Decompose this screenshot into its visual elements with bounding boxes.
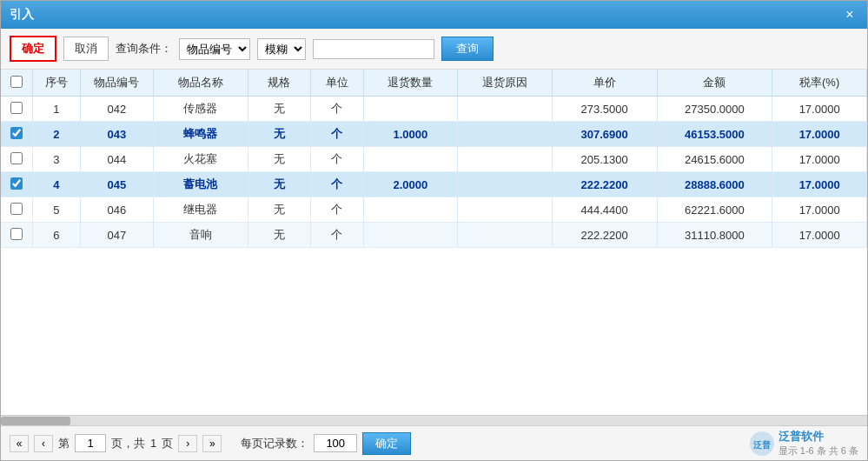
row-unit: 个 — [311, 172, 363, 197]
header-amount: 金额 — [657, 70, 772, 97]
row-tax: 17.0000 — [772, 197, 867, 223]
row-checkbox[interactable] — [10, 203, 23, 215]
header-unit: 单位 — [311, 70, 363, 97]
select-all-checkbox[interactable] — [10, 76, 23, 88]
footer-confirm-button[interactable]: 确定 — [362, 432, 411, 455]
row-spec: 无 — [248, 223, 310, 248]
row-amount: 27350.0000 — [657, 97, 772, 122]
row-name: 蓄电池 — [154, 172, 248, 197]
table-row[interactable]: 6 047 音响 无 个 222.2200 31110.8000 17.0000 — [1, 223, 867, 248]
logo-icon: 泛普 — [749, 431, 775, 457]
dialog-title: 引入 — [10, 7, 34, 23]
header-seq: 序号 — [33, 70, 80, 97]
first-page-button[interactable]: « — [10, 435, 29, 452]
row-spec: 无 — [248, 197, 310, 223]
header-tax: 税率(%) — [772, 70, 867, 97]
row-checkbox[interactable] — [10, 228, 23, 240]
row-checkbox-cell — [1, 172, 33, 197]
row-reason — [458, 147, 553, 172]
row-checkbox[interactable] — [10, 102, 23, 114]
row-seq: 5 — [33, 197, 80, 223]
row-amount: 46153.5000 — [657, 122, 772, 147]
scrollbar-thumb — [1, 417, 70, 425]
row-amount: 28888.6000 — [657, 172, 772, 197]
close-button[interactable]: × — [841, 6, 858, 23]
row-checkbox-cell — [1, 197, 33, 223]
data-table: 序号 物品编号 物品名称 规格 单位 退货数量 退货原因 单价 金额 税率(%)… — [1, 70, 867, 248]
header-reason: 退货原因 — [458, 70, 553, 97]
table-row[interactable]: 1 042 传感器 无 个 273.5000 27350.0000 17.000… — [1, 97, 867, 122]
table-row[interactable]: 2 043 蜂鸣器 无 个 1.0000 307.6900 46153.5000… — [1, 122, 867, 147]
row-qty: 2.0000 — [363, 172, 458, 197]
row-qty — [363, 223, 458, 248]
search-input[interactable] — [313, 39, 434, 59]
svg-text:泛普: 泛普 — [753, 439, 771, 450]
page-suffix: 页，共 — [111, 436, 145, 451]
row-code: 042 — [80, 97, 154, 122]
logo-text: 泛普软件 — [779, 429, 858, 444]
row-amount: 62221.6000 — [657, 197, 772, 223]
page-input[interactable] — [75, 434, 106, 452]
table-header-row: 序号 物品编号 物品名称 规格 单位 退货数量 退货原因 单价 金额 税率(%) — [1, 70, 867, 97]
row-qty — [363, 97, 458, 122]
row-seq: 3 — [33, 147, 80, 172]
row-reason — [458, 197, 553, 223]
row-price: 222.2200 — [552, 172, 657, 197]
row-code: 043 — [80, 122, 154, 147]
row-checkbox[interactable] — [10, 177, 23, 190]
records-per-page-input[interactable] — [314, 434, 357, 452]
header-checkbox-col — [1, 70, 33, 97]
total-pages: 1 — [150, 437, 156, 450]
horizontal-scrollbar[interactable] — [1, 415, 867, 425]
row-price: 273.5000 — [552, 97, 657, 122]
row-price: 222.2200 — [552, 223, 657, 248]
row-unit: 个 — [311, 197, 363, 223]
row-name: 继电器 — [154, 197, 248, 223]
toolbar: 确定 取消 查询条件： 物品编号 物品名称 规格 模糊 精确 查询 — [1, 29, 867, 70]
row-price: 307.6900 — [552, 122, 657, 147]
footer: « ‹ 第 页，共 1 页 › » 每页记录数： 确定 泛普 泛普软件 显示 1… — [1, 425, 867, 460]
confirm-button[interactable]: 确定 — [10, 36, 56, 62]
row-seq: 1 — [33, 97, 80, 122]
row-code: 046 — [80, 197, 154, 223]
row-checkbox[interactable] — [10, 127, 23, 139]
row-name: 蜂鸣器 — [154, 122, 248, 147]
row-spec: 无 — [248, 147, 310, 172]
records-label: 每页记录数： — [241, 436, 308, 451]
field-select[interactable]: 物品编号 物品名称 规格 — [179, 38, 250, 60]
match-select[interactable]: 模糊 精确 — [257, 38, 306, 60]
row-tax: 17.0000 — [772, 172, 867, 197]
header-spec: 规格 — [248, 70, 310, 97]
prev-page-button[interactable]: ‹ — [34, 435, 53, 452]
row-reason — [458, 97, 553, 122]
cancel-button[interactable]: 取消 — [63, 37, 109, 61]
row-seq: 4 — [33, 172, 80, 197]
header-qty: 退货数量 — [363, 70, 458, 97]
row-seq: 2 — [33, 122, 80, 147]
row-checkbox[interactable] — [10, 152, 23, 164]
table-row[interactable]: 4 045 蓄电池 无 个 2.0000 222.2200 28888.6000… — [1, 172, 867, 197]
row-amount: 24615.6000 — [657, 147, 772, 172]
row-qty — [363, 147, 458, 172]
row-unit: 个 — [311, 147, 363, 172]
logo-area: 泛普 泛普软件 显示 1-6 条 共 6 条 — [749, 429, 858, 458]
row-name: 火花塞 — [154, 147, 248, 172]
row-amount: 31110.8000 — [657, 223, 772, 248]
query-button[interactable]: 查询 — [441, 37, 494, 61]
row-price: 205.1300 — [552, 147, 657, 172]
table-row[interactable]: 5 046 继电器 无 个 444.4400 62221.6000 17.000… — [1, 197, 867, 223]
row-reason — [458, 223, 553, 248]
row-name: 传感器 — [154, 97, 248, 122]
row-tax: 17.0000 — [772, 122, 867, 147]
row-checkbox-cell — [1, 147, 33, 172]
row-checkbox-cell — [1, 97, 33, 122]
header-code: 物品编号 — [80, 70, 154, 97]
row-code: 045 — [80, 172, 154, 197]
logo-subtext: 显示 1-6 条 共 6 条 — [779, 444, 858, 458]
row-code: 047 — [80, 223, 154, 248]
row-qty: 1.0000 — [363, 122, 458, 147]
row-qty — [363, 197, 458, 223]
next-page-button[interactable]: › — [178, 435, 197, 452]
last-page-button[interactable]: » — [202, 435, 222, 452]
table-row[interactable]: 3 044 火花塞 无 个 205.1300 24615.6000 17.000… — [1, 147, 867, 172]
